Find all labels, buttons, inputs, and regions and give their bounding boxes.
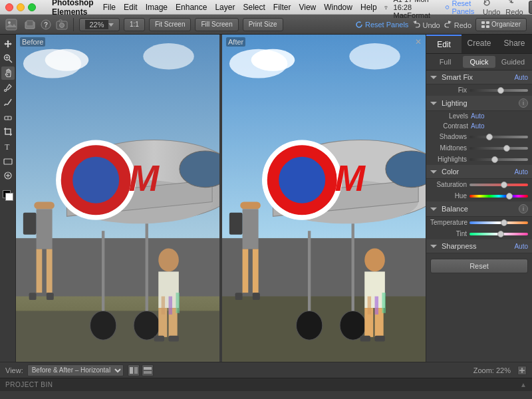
tool-move[interactable] — [1, 37, 15, 51]
color-header[interactable]: Color Auto — [426, 165, 532, 179]
saturation-slider[interactable] — [469, 184, 528, 186]
contrast-auto[interactable]: Auto — [471, 122, 485, 130]
menu-layer[interactable]: Layer — [215, 3, 235, 12]
view-vertical-btn[interactable] — [142, 364, 154, 376]
after-close-btn[interactable]: ✕ — [415, 37, 422, 47]
zoom-tool-icon — [3, 54, 13, 63]
svg-rect-92 — [243, 249, 249, 293]
svg-point-74 — [251, 49, 295, 71]
sub-tab-guided[interactable]: Guided — [497, 56, 529, 68]
organizer-btn[interactable]: Organizer — [529, 1, 532, 14]
btn-print-size[interactable]: Print Size — [243, 18, 283, 31]
canvas-container: Before — [16, 35, 426, 362]
tint-slider[interactable] — [469, 233, 528, 235]
hue-thumb[interactable] — [506, 193, 513, 200]
btn-fill-screen[interactable]: Fill Screen — [195, 18, 238, 31]
menu-window[interactable]: Window — [324, 3, 352, 12]
reset-panels-right[interactable]: Reset Panels — [355, 21, 408, 29]
sub-tab-full[interactable]: Full — [429, 56, 462, 68]
sharpness-auto[interactable]: Auto — [514, 243, 528, 250]
menu-select[interactable]: Select — [243, 3, 265, 12]
tool-shape[interactable] — [1, 154, 15, 168]
balance-header[interactable]: Balance i — [426, 201, 532, 217]
toolbar-undo[interactable]: Undo — [412, 20, 440, 29]
menu-image[interactable]: Image — [146, 3, 168, 12]
clock-time: A1 17 Mon 16:28 MacFormat — [394, 0, 440, 19]
tab-create[interactable]: Create — [462, 35, 497, 53]
btn-fit-screen[interactable]: Fit Screen — [149, 18, 192, 31]
menu-filter[interactable]: Filter — [273, 3, 291, 12]
tool-zoom[interactable] — [1, 52, 15, 65]
midtones-thumb[interactable] — [503, 145, 510, 152]
expand-btn[interactable] — [517, 366, 527, 375]
fix-thumb[interactable] — [497, 87, 504, 94]
view-horizontal-btn[interactable] — [128, 364, 140, 376]
reset-panels-btn[interactable]: Reset Panels — [445, 0, 477, 15]
btn-1-1[interactable]: 1:1 — [124, 18, 145, 31]
tool-eraser[interactable] — [1, 110, 15, 124]
app-name: Photoshop Elements — [52, 0, 94, 17]
smart-fix-auto[interactable]: Auto — [514, 74, 528, 81]
toolbar-redo[interactable]: Redo — [444, 20, 471, 29]
tab-edit[interactable]: Edit — [426, 35, 462, 53]
undo-btn[interactable]: Undo — [483, 0, 500, 16]
tab-share[interactable]: Share — [497, 35, 532, 53]
layers-icon — [24, 19, 36, 31]
temperature-slider[interactable] — [469, 221, 528, 224]
tool-crop[interactable] — [1, 125, 15, 138]
reset-section: Reset — [426, 253, 532, 279]
fix-slider[interactable] — [469, 89, 528, 92]
menu-edit[interactable]: Edit — [124, 3, 138, 12]
zoom-input[interactable] — [85, 20, 108, 29]
highlights-row: Highlights — [426, 154, 532, 165]
color-auto[interactable]: Auto — [514, 168, 528, 176]
menu-file[interactable]: File — [103, 3, 116, 12]
sub-tab-quick[interactable]: Quick — [463, 56, 495, 68]
svg-text:T: T — [5, 142, 10, 151]
shadows-thumb[interactable] — [486, 134, 493, 140]
saturation-thumb[interactable] — [501, 182, 507, 188]
close-button[interactable] — [5, 3, 13, 11]
highlights-thumb[interactable] — [491, 156, 498, 163]
redo-btn[interactable]: Redo — [505, 0, 523, 16]
lighting-info[interactable]: i — [519, 98, 528, 108]
lighting-header[interactable]: Lighting i — [426, 96, 532, 111]
shadows-slider[interactable] — [469, 136, 528, 138]
tool-type[interactable]: T — [1, 140, 15, 153]
canvas-area: Before — [16, 35, 426, 362]
highlights-slider[interactable] — [469, 158, 528, 161]
temperature-thumb[interactable] — [501, 219, 507, 226]
midtones-slider[interactable] — [469, 147, 528, 150]
tool-brush[interactable] — [1, 96, 15, 109]
balance-info[interactable]: i — [519, 204, 528, 213]
split-horizontal-icon — [130, 367, 138, 374]
fg-color[interactable] — [3, 190, 13, 201]
tool-hand[interactable] — [1, 66, 15, 80]
hue-slider[interactable] — [469, 195, 528, 198]
zoom-input-wrapper[interactable] — [79, 18, 120, 31]
bin-label: PROJECT BIN — [5, 381, 53, 388]
minimize-button[interactable] — [17, 3, 25, 11]
tint-thumb[interactable] — [497, 231, 504, 237]
bin-expand-btn[interactable]: ▲ — [520, 381, 527, 388]
tool-spot-heal[interactable] — [1, 169, 15, 182]
organizer-btn-right[interactable]: Organizer — [475, 18, 527, 31]
levels-auto[interactable]: Auto — [471, 112, 485, 120]
svg-marker-17 — [108, 23, 114, 27]
svg-rect-94 — [235, 293, 243, 300]
svg-rect-43 — [16, 311, 219, 362]
view-mode-select[interactable]: Before & After – Horizontal — [27, 364, 124, 376]
menu-enhance[interactable]: Enhance — [176, 3, 207, 12]
hand-tool-icon — [3, 68, 13, 78]
maximize-button[interactable] — [28, 3, 36, 11]
menu-view[interactable]: View — [299, 3, 316, 12]
svg-rect-16 — [59, 20, 62, 22]
fix-label: Fix — [430, 86, 467, 94]
balance-title: Balance — [442, 205, 468, 213]
reset-button[interactable]: Reset — [430, 259, 528, 273]
midtones-label: Midtones — [430, 144, 467, 152]
smart-fix-header[interactable]: Smart Fix Auto — [426, 70, 532, 84]
menu-help[interactable]: Help — [360, 3, 377, 12]
sharpness-header[interactable]: Sharpness Auto — [426, 239, 532, 253]
tool-eyedropper[interactable] — [1, 81, 15, 94]
